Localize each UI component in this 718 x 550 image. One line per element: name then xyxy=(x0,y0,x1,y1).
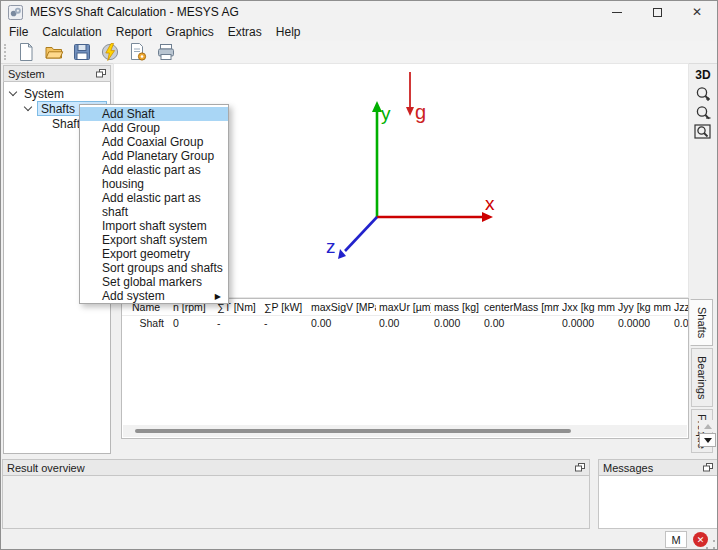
cell-mass: 0.000 xyxy=(431,316,481,332)
expander-down-icon[interactable] xyxy=(9,88,17,96)
tree-item-system[interactable]: System xyxy=(4,86,110,101)
new-document-button[interactable] xyxy=(14,42,38,63)
app-icon xyxy=(8,5,23,20)
column-header[interactable]: centerMass [mm] xyxy=(481,299,559,315)
cell-centermass: 0.00 xyxy=(481,316,559,332)
result-overview-title-bar: Result overview xyxy=(2,459,590,476)
horizontal-scrollbar[interactable] xyxy=(123,425,687,437)
table-row-shaft[interactable]: Shaft 0 - - 0.00 0.00 0.000 0.00 0.0000 … xyxy=(122,316,688,332)
column-header[interactable]: ∑P [kW] xyxy=(261,299,308,315)
minimize-button[interactable] xyxy=(597,1,637,23)
submenu-arrow-icon: ▶ xyxy=(215,292,221,301)
report-options-button[interactable] xyxy=(126,42,150,63)
close-button[interactable]: ✕ xyxy=(677,1,717,23)
tab-shafts[interactable]: Shafts xyxy=(690,299,713,346)
title-bar: MESYS Shaft Calculation - MESYS AG ✕ xyxy=(1,1,717,23)
side-tab-bar: Shafts Bearings Freque xyxy=(690,298,716,456)
system-panel-title-bar: System xyxy=(3,65,111,82)
triangle-up-icon xyxy=(704,424,712,429)
open-file-button[interactable] xyxy=(42,42,66,63)
toolbar-drag-handle[interactable] xyxy=(4,44,8,60)
float-panel-icon[interactable] xyxy=(575,463,585,472)
zoom-out-icon xyxy=(694,105,712,121)
calculate-button[interactable] xyxy=(98,42,122,63)
float-panel-icon[interactable] xyxy=(703,463,713,472)
column-header[interactable]: maxSigV [MPa] xyxy=(308,299,376,315)
column-header[interactable]: Jzz [kg mm²] xyxy=(671,299,688,315)
menu-item-sort-groups-and-shafts[interactable]: Sort groups and shafts xyxy=(80,261,228,275)
z-axis-line xyxy=(345,217,377,251)
zoom-in-icon xyxy=(694,86,712,102)
menu-item-add-planetary-group[interactable]: Add Planetary Group xyxy=(80,149,228,163)
status-bar: M ✕ xyxy=(1,529,717,550)
maximize-icon xyxy=(653,8,662,17)
gravity-arrowhead xyxy=(406,107,414,116)
y-axis-label: y xyxy=(381,103,391,124)
menu-help[interactable]: Help xyxy=(269,24,308,40)
toolbar xyxy=(1,41,717,64)
messages-title: Messages xyxy=(603,462,653,474)
cell-jyy: 0.0000 xyxy=(615,316,671,332)
menu-bar: File Calculation Report Graphics Extras … xyxy=(1,23,717,41)
save-floppy-icon xyxy=(72,42,92,62)
messages-content xyxy=(598,476,718,529)
expander-down-icon[interactable] xyxy=(24,103,32,111)
new-document-icon xyxy=(16,42,36,62)
menu-item-export-geometry[interactable]: Export geometry xyxy=(80,247,228,261)
menu-file[interactable]: File xyxy=(2,24,35,40)
cell-name: Shaft xyxy=(122,316,170,332)
menu-item-add-elastic-part-as-shaft[interactable]: Add elastic part as shaft xyxy=(80,191,228,219)
close-icon: ✕ xyxy=(692,6,702,18)
tab-bearings[interactable]: Bearings xyxy=(691,348,713,407)
tab-scroll-down-button[interactable] xyxy=(699,433,716,447)
menu-item-add-group[interactable]: Add Group xyxy=(80,121,228,135)
menu-item-export-shaft-system[interactable]: Export shaft system xyxy=(80,233,228,247)
resize-grip[interactable] xyxy=(706,540,715,549)
menu-item-add-system[interactable]: Add system ▶ xyxy=(80,289,228,303)
menu-graphics[interactable]: Graphics xyxy=(159,24,221,40)
menu-item-import-shaft-system[interactable]: Import shaft system xyxy=(80,219,228,233)
system-panel-title: System xyxy=(8,68,45,80)
menu-extras[interactable]: Extras xyxy=(221,24,269,40)
save-button[interactable] xyxy=(70,42,94,63)
menu-report[interactable]: Report xyxy=(109,24,159,40)
view-3d-button[interactable]: 3D xyxy=(695,68,710,82)
menu-item-add-elastic-part-as-housing[interactable]: Add elastic part as housing xyxy=(80,163,228,191)
result-overview-content xyxy=(2,476,590,529)
print-button[interactable] xyxy=(154,42,178,63)
printer-icon xyxy=(156,42,176,62)
cell-torque: - xyxy=(214,316,261,332)
menu-item-set-global-markers[interactable]: Set global markers xyxy=(80,275,228,289)
menu-item-add-coaxial-group[interactable]: Add Coaxial Group xyxy=(80,135,228,149)
zoom-in-button[interactable] xyxy=(692,85,714,102)
result-overview-panel: Result overview xyxy=(2,459,590,529)
cell-jzz: 0.0000 xyxy=(671,316,688,332)
marker-toggle-button[interactable]: M xyxy=(665,531,687,548)
x-axis-label: x xyxy=(485,193,495,214)
context-menu: Add Shaft Add Group Add Coaxial Group Ad… xyxy=(79,104,229,304)
results-table-panel: Name n [rpm] ∑T [Nm] ∑P [kW] maxSigV [MP… xyxy=(121,298,689,439)
scrollbar-thumb[interactable] xyxy=(135,429,571,433)
tab-scroll-up-button[interactable] xyxy=(699,420,716,432)
menu-calculation[interactable]: Calculation xyxy=(35,24,108,40)
float-panel-icon[interactable] xyxy=(96,69,106,78)
report-page-gear-icon xyxy=(128,42,148,62)
app-window: MESYS Shaft Calculation - MESYS AG ✕ Fil… xyxy=(0,0,718,550)
column-header[interactable]: Jyy [kg mm²] xyxy=(615,299,671,315)
zoom-out-button[interactable] xyxy=(692,104,714,121)
z-axis-label: z xyxy=(326,236,336,257)
cell-jxx: 0.0000 xyxy=(559,316,615,332)
column-header[interactable]: mass [kg] xyxy=(431,299,481,315)
window-title: MESYS Shaft Calculation - MESYS AG xyxy=(30,5,239,19)
column-header[interactable]: Jxx [kg mm²] xyxy=(559,299,615,315)
cell-n-rpm: 0 xyxy=(170,316,214,332)
zoom-fit-icon xyxy=(694,124,712,140)
gravity-label: g xyxy=(415,101,426,123)
maximize-button[interactable] xyxy=(637,1,677,23)
menu-item-add-shaft[interactable]: Add Shaft xyxy=(80,107,228,121)
column-header[interactable]: maxUr [µm] xyxy=(376,299,431,315)
minimize-icon xyxy=(612,12,622,13)
zoom-fit-button[interactable] xyxy=(692,123,714,140)
cell-maxur: 0.00 xyxy=(376,316,431,332)
calculate-lightning-icon xyxy=(100,42,120,62)
